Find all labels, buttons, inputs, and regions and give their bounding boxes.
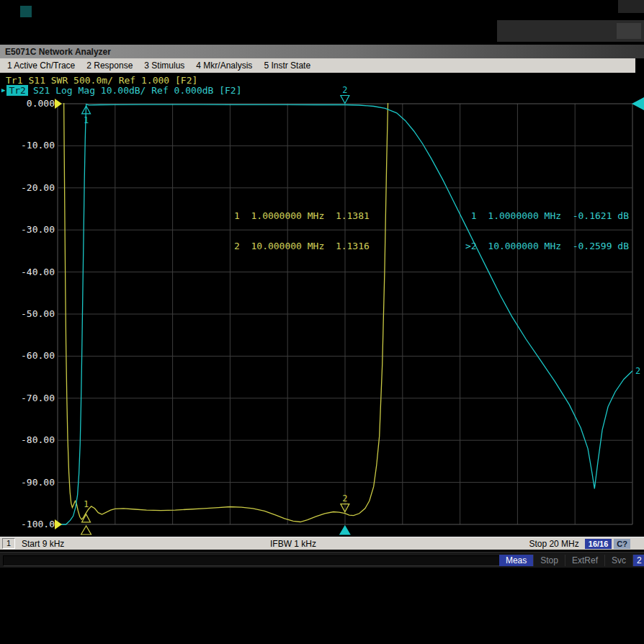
trace-end-label: 2 (635, 366, 640, 376)
sweep-points-badge[interactable]: 16/16 (585, 539, 612, 549)
status-bar: 1 Start 9 kHz IFBW 1 kHz Stop 20 MHz 16/… (0, 537, 644, 550)
clock-fragment: 2 (632, 555, 644, 566)
marker-readout-line: 1 1.0000000 MHz 1.1381 (234, 211, 370, 221)
y-axis-tick-label: -60.00 (21, 350, 55, 361)
desktop-fragment-button (617, 23, 641, 39)
stimulus-marker[interactable] (340, 526, 350, 535)
marker-1-label: 1 (84, 499, 89, 509)
menu-item-stimulus[interactable]: 3 Stimulus (144, 61, 184, 71)
menu-bar: 1 Active Ch/Trace 2 Response 3 Stimulus … (0, 58, 644, 73)
instrument-status-bar: Meas Stop ExtRef Svc 2 (0, 552, 644, 568)
start-frequency[interactable]: Start 9 kHz (22, 539, 64, 549)
message-area (3, 555, 509, 566)
menu-item-instr-state[interactable]: 5 Instr State (264, 61, 310, 71)
trace1-detail: S11 SWR 500.0m/ Ref 1.000 [F2] (28, 75, 197, 86)
trace2-id: Tr2 (6, 85, 27, 96)
marker-2-label: 2 (342, 493, 347, 504)
menu-bar-end (635, 58, 644, 73)
marker-1-label: 1 (84, 115, 89, 125)
svc-status: Svc (604, 555, 632, 566)
ref-level-indicator-right (632, 97, 644, 110)
stimulus-marker[interactable] (81, 526, 91, 535)
plot-area[interactable]: 0.000-10.00-20.00-30.00-40.00-50.00-60.0… (0, 73, 644, 537)
marker-readout-line: 2 10.000000 MHz 1.1316 (234, 241, 370, 251)
desktop-fragment-corner (618, 0, 644, 13)
instrument-status-buttons: Meas Stop ExtRef Svc 2 (499, 555, 644, 566)
analyzer-screen: 0.000-10.00-20.00-30.00-40.00-50.00-60.0… (0, 73, 644, 537)
y-axis-tick-label: -90.00 (21, 477, 55, 488)
calibration-badge[interactable]: C? (614, 539, 630, 549)
trace2-status-line[interactable]: ▶ Tr2 S21 Log Mag 10.00dB/ Ref 0.000dB [… (1, 85, 242, 96)
y-axis-tick-label: -30.00 (21, 224, 55, 235)
channel-number: 1 (2, 538, 15, 549)
ref-level-indicator-left (55, 99, 62, 109)
y-axis-tick-label: -100.0 (21, 519, 55, 529)
trace1-id: Tr1 (6, 75, 22, 86)
window-titlebar[interactable]: E5071C Network Analyzer (0, 45, 644, 58)
y-axis-tick-label: -50.00 (21, 308, 55, 319)
marker-readout-tr1: 1 1.0000000 MHz 1.1381 2 10.000000 MHz 1… (234, 191, 370, 272)
meas-status-button[interactable]: Meas (499, 555, 533, 566)
ref-level-indicator-left (55, 519, 62, 529)
menu-item-response[interactable]: 2 Response (86, 61, 133, 71)
marker-readout-line: >2 10.000000 MHz -0.2599 dB (465, 241, 629, 251)
window-title: E5071C Network Analyzer (5, 47, 111, 57)
marker-2-triangle[interactable] (341, 96, 349, 104)
menu-item-active-ch-trace[interactable]: 1 Active Ch/Trace (7, 61, 75, 71)
y-axis-tick-label: -20.00 (21, 182, 55, 193)
y-axis-tick-label: -80.00 (21, 434, 55, 445)
marker-2-label: 2 (342, 85, 347, 95)
y-axis-tick-label: 0.000 (27, 98, 55, 109)
marker-readout-tr2: 1 1.0000000 MHz -0.1621 dB >2 10.000000 … (465, 191, 629, 272)
trace1-status-line[interactable]: Tr1 S11 SWR 500.0m/ Ref 1.000 [F2] (6, 75, 197, 86)
active-trace-arrow-icon: ▶ (1, 86, 5, 95)
trace-tr1-swr (63, 73, 388, 522)
y-axis-tick-label: -40.00 (21, 267, 55, 277)
y-axis-tick-label: -10.00 (21, 140, 55, 151)
desktop: { "window": { "title": "E5071C Network A… (0, 0, 644, 644)
stop-frequency[interactable]: Stop 20 MHz (529, 539, 578, 549)
menu-item-mkr-analysis[interactable]: 4 Mkr/Analysis (196, 61, 252, 71)
trace2-detail: S21 Log Mag 10.00dB/ Ref 0.000dB [F2] (33, 85, 242, 96)
sweep-status: Stop (533, 555, 565, 566)
marker-readout-line: 1 1.0000000 MHz -0.1621 dB (465, 211, 629, 221)
extref-status: ExtRef (565, 555, 604, 566)
ifbw-value[interactable]: IFBW 1 kHz (270, 539, 316, 549)
desktop-fragment-teal-square (20, 6, 32, 17)
y-axis-tick-label: -70.00 (21, 393, 55, 403)
